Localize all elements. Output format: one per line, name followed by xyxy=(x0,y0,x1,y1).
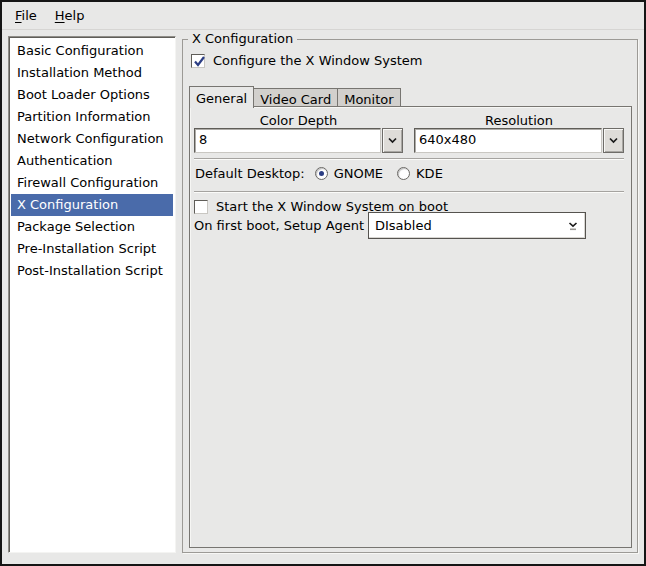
sidebar-section-list[interactable]: Basic ConfigurationInstallation MethodBo… xyxy=(8,36,176,553)
sidebar-item-boot-loader-options[interactable]: Boot Loader Options xyxy=(11,84,173,106)
setup-agent-row: On first boot, Setup Agent is: DIsabled xyxy=(194,218,624,233)
checkmark-icon xyxy=(192,54,207,69)
tab-general[interactable]: General xyxy=(189,86,254,108)
radio-label: GNOME xyxy=(334,166,383,181)
menubar: FileHelp xyxy=(2,2,644,30)
checkbox-box[interactable] xyxy=(194,200,208,214)
resolution-value[interactable]: 640x480 xyxy=(414,128,602,153)
resolution-combo[interactable]: 640x480 xyxy=(414,128,624,153)
radio-gnome[interactable]: GNOME xyxy=(315,166,383,181)
chevron-down-icon xyxy=(388,137,397,144)
color-depth-combo[interactable]: 8 xyxy=(194,128,403,153)
separator xyxy=(194,158,624,160)
x-configuration-frame: X Configuration Configure the X Window S… xyxy=(182,39,638,553)
desktop-radio-group: GNOMEKDE xyxy=(315,166,457,181)
sidebar-item-x-configuration[interactable]: X Configuration xyxy=(11,194,173,216)
radio-label: KDE xyxy=(416,166,443,181)
sidebar-item-firewall-configuration[interactable]: Firewall Configuration xyxy=(11,172,173,194)
general-tab-panel: Color Depth Resolution 8 640x480 xyxy=(189,106,632,548)
setup-agent-label: On first boot, Setup Agent is: xyxy=(194,218,383,233)
setup-agent-value: DIsabled xyxy=(369,218,561,233)
sidebar-item-authentication[interactable]: Authentication xyxy=(11,150,173,172)
menu-file[interactable]: File xyxy=(8,4,48,27)
sidebar-item-partition-information[interactable]: Partition Information xyxy=(11,106,173,128)
tab-video-card[interactable]: Video Card xyxy=(254,88,338,107)
resolution-dropdown-button[interactable] xyxy=(603,128,624,153)
frame-title: X Configuration xyxy=(188,31,297,47)
configure-x-checkbox[interactable]: Configure the X Window System xyxy=(191,53,423,68)
checkbox-box[interactable] xyxy=(191,54,205,68)
sidebar-item-installation-method[interactable]: Installation Method xyxy=(11,62,173,84)
separator xyxy=(194,191,624,193)
chevron-down-icon xyxy=(609,137,618,144)
chevron-down-dash-icon xyxy=(568,221,578,231)
sidebar-item-post-installation-script[interactable]: Post-Installation Script xyxy=(11,260,173,282)
default-desktop-row: Default Desktop: GNOMEKDE xyxy=(195,166,457,181)
sidebar-item-basic-configuration[interactable]: Basic Configuration xyxy=(11,40,173,62)
color-depth-label: Color Depth xyxy=(194,114,403,128)
default-desktop-label: Default Desktop: xyxy=(195,166,305,181)
color-depth-dropdown-button[interactable] xyxy=(382,128,403,153)
kickstart-configurator-window: FileHelp Basic ConfigurationInstallation… xyxy=(0,0,646,566)
radio-kde[interactable]: KDE xyxy=(397,166,443,181)
optionmenu-indicator xyxy=(561,221,585,231)
setup-agent-optionmenu[interactable]: DIsabled xyxy=(368,212,586,239)
resolution-label: Resolution xyxy=(414,114,624,128)
sidebar-item-network-configuration[interactable]: Network Configuration xyxy=(11,128,173,150)
radio-button[interactable] xyxy=(315,167,328,180)
sidebar-item-pre-installation-script[interactable]: Pre-Installation Script xyxy=(11,238,173,260)
tab-strip: GeneralVideo CardMonitor xyxy=(189,85,401,107)
sidebar-item-package-selection[interactable]: Package Selection xyxy=(11,216,173,238)
color-depth-value[interactable]: 8 xyxy=(194,128,381,153)
radio-button[interactable] xyxy=(397,167,410,180)
tab-monitor[interactable]: Monitor xyxy=(338,88,400,107)
configure-x-label: Configure the X Window System xyxy=(213,53,423,68)
menu-help[interactable]: Help xyxy=(48,4,96,27)
